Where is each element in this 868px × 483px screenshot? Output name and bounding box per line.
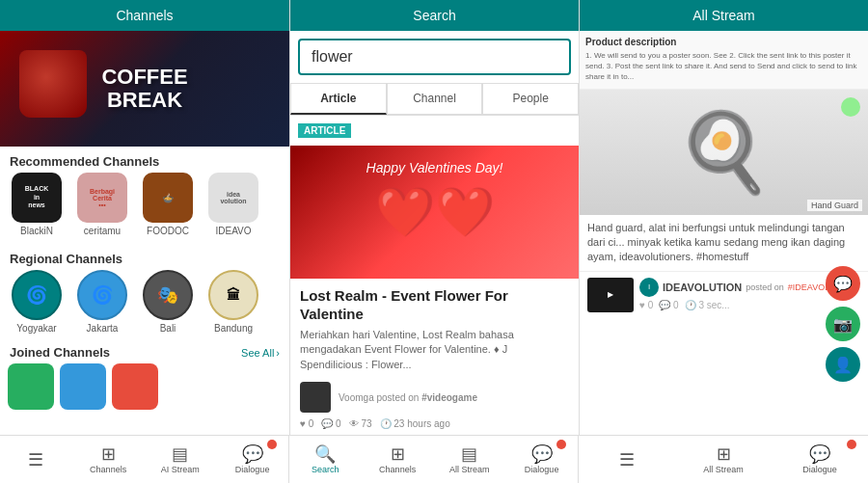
hero-title: COFFEE BREAK [101,66,187,112]
article-excerpt: Meriahkan hari Valentine, Lost Realm bah… [290,328,579,378]
search-panel: Search Article Channel People ARTICLE Ha… [289,0,579,435]
nav-item-dialogue-middle[interactable]: 💬 Dialogue [505,436,578,483]
hero-banner: COFFEE BREAK [0,31,289,147]
allstream-nav-label-middle: All Stream [449,465,490,474]
joined-icon-2[interactable] [60,363,106,410]
channel-name-ceritamu: ceritamu [73,226,131,236]
nav-item-channels-middle[interactable]: ⊞ Channels [362,436,434,483]
menu-icon: ☰ [28,451,43,469]
joined-channels-row [0,363,289,410]
tab-channel[interactable]: Channel [387,83,483,115]
grid-icon-right: ⊞ [717,445,731,463]
joined-title: Joined Channels [10,345,110,360]
regional-item-jakarta[interactable]: 🌀 Jakarta [73,270,131,334]
joined-icon-3[interactable] [112,363,158,410]
channel-item-ideavolution[interactable]: ideavolution IDEAVO [204,173,262,236]
article-image: Happy Valentines Day! ❤️❤️ [290,146,579,279]
regional-item-yogyakarta[interactable]: 🌀 Yogyakar [8,270,66,334]
regional-title: Regional Channels [0,244,289,270]
product-description-card: Product description 1. We will send to y… [580,31,868,90]
all-stream-panel: All Stream Product description 1. We wil… [579,0,868,435]
dialogue-icon-left: 💬 [242,445,263,463]
channel-item-ceritamu[interactable]: BerbagiCerita••• ceritamu [73,173,131,236]
nav-item-allstream-middle[interactable]: ▤ All Stream [434,436,506,483]
recommended-title: Recommended Channels [0,147,289,173]
stream-main-image: 🍳 Hand Guard [580,90,868,215]
search-tabs: Article Channel People [290,83,579,116]
fab-container: 💬 📷 👤 [826,266,860,382]
green-indicator [841,97,860,117]
dialogue-icon-right: 💬 [809,445,830,463]
dialogue-badge-right [847,440,856,449]
stat-time: 🕐 23 hours ago [380,418,450,429]
stat-views: 👁 73 [349,418,372,429]
nav-item-allstream-left[interactable]: ▤ AI Stream [145,436,217,483]
nav-item-dialogue-left[interactable]: 💬 Dialogue [216,436,288,483]
channel-name-blackin: BlackiN [8,226,66,236]
card2-avatar: I [639,278,659,297]
tab-people[interactable]: People [482,83,579,115]
nav-item-search-middle[interactable]: 🔍 Search [289,436,362,483]
joined-header: Joined Channels See All › [0,341,289,363]
stream-description: Hand guard, alat ini berfungsi untuk mel… [580,215,868,271]
regional-icon-bali: 🎭 [143,270,193,320]
valentine-overlay-text: Happy Valentines Day! [366,160,503,175]
all-stream-header: All Stream [580,0,868,31]
regional-icon-bandung: 🏛 [208,270,258,320]
coffee-mug-image [19,50,87,118]
image-label: Hand Guard [807,200,862,211]
channel-icon-ideavolution: ideavolution [208,173,258,223]
nav-item-menu-left[interactable]: ☰ [0,436,72,483]
nav-item-menu-right[interactable]: ☰ [579,436,675,483]
menu-icon-right: ☰ [619,451,635,469]
card2-thumbnail: ▶ [587,278,634,312]
channel-icon-ceritamu: BerbagiCerita••• [77,173,127,223]
tab-article[interactable]: Article [290,83,387,115]
channels-panel: Channels COFFEE BREAK Recommended Channe… [0,0,289,435]
regional-name-bandung: Bandung [204,323,262,334]
channels-nav-label-middle: Channels [379,465,416,474]
product-desc-title: Product description [585,37,862,47]
dialogue-badge-left [267,440,277,449]
pan-emoji: 🍳 [676,107,773,198]
article-title: Lost Realm - Event Flower For Valentine [290,279,579,328]
search-input[interactable] [298,39,571,75]
nav-item-allstream-right[interactable]: ⊞ All Stream [675,436,772,483]
search-box-container [290,31,579,83]
regional-name-jakarta: Jakarta [73,323,131,334]
channel-name-ideavolution: IDEAVO [204,226,262,236]
nav-item-channels-left[interactable]: ⊞ Channels [72,436,145,483]
fab-chat-button[interactable]: 💬 [826,266,860,301]
channel-icon-blackin: BLACKinnews [12,173,62,223]
channel-icon-foodoc: 🍲 [143,173,193,223]
card2-poster: IDEAVOLUTION [663,282,742,293]
fab-camera-button[interactable]: 📷 [826,307,860,341]
dialogue-icon-middle: 💬 [531,445,553,463]
joined-icon-1[interactable] [8,363,54,410]
regional-item-bandung[interactable]: 🏛 Bandung [204,270,262,334]
see-all-button[interactable]: See All › [241,347,280,359]
regional-name-bali: Bali [139,323,197,334]
middle-nav-panel: 🔍 Search ⊞ Channels ▤ All Stream 💬 Dialo… [289,436,579,483]
regional-item-bali[interactable]: 🎭 Bali [139,270,197,334]
search-header: Search [290,0,579,31]
right-nav-panel: ☰ ⊞ All Stream 💬 Dialogue [579,436,868,483]
channel-item-blackin[interactable]: BLACKinnews BlackiN [8,173,66,236]
stream-icon-left: ▤ [172,445,188,463]
left-nav-panel: ☰ ⊞ Channels ▤ AI Stream 💬 Dialogue [0,436,289,483]
channel-item-foodoc[interactable]: 🍲 FOODOC [139,173,197,236]
article-stats: ♥ 0 💬 0 👁 73 🕐 23 hours ago [290,418,579,435]
channels-header: Channels [0,0,289,31]
regional-channels-row: 🌀 Yogyakar 🌀 Jakarta 🎭 Bali 🏛 [0,270,289,341]
regional-name-yogyakarta: Yogyakar [8,323,66,334]
article-thumbnail [300,382,331,413]
grid-icon-left: ⊞ [101,445,116,463]
search-nav-label: Search [312,465,339,474]
nav-item-dialogue-right[interactable]: 💬 Dialogue [772,436,868,483]
grid-icon-middle: ⊞ [391,445,405,463]
fab-user-button[interactable]: 👤 [826,347,860,382]
stat-comments: 💬 0 [321,418,340,429]
stat-likes: ♥ 0 [300,418,313,429]
article-meta: Voomga posted on #videogame [290,378,579,418]
article-badge: ARTICLE [290,116,579,146]
